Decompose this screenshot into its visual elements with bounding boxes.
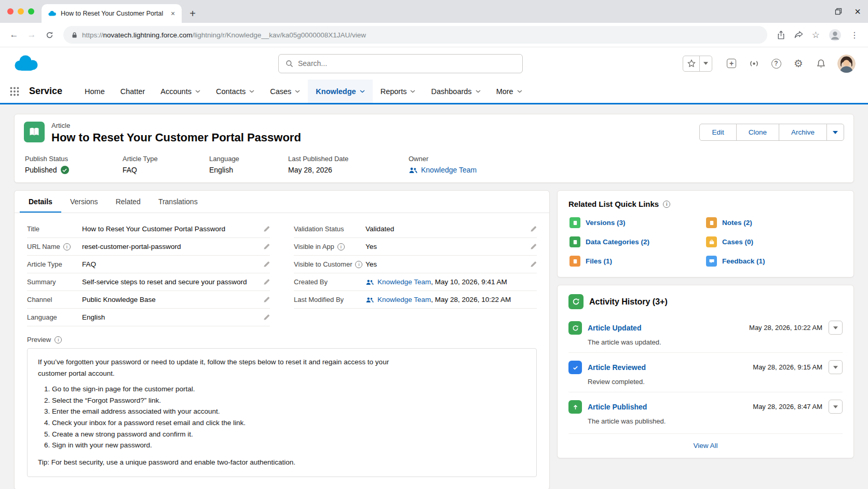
nav-tab-contacts[interactable]: Contacts [208, 80, 262, 103]
nav-tab-more[interactable]: More [489, 80, 530, 103]
bookmark-star-icon[interactable]: ☆ [812, 31, 820, 39]
chevron-down-icon [195, 90, 200, 93]
tab-translations[interactable]: Translations [150, 191, 207, 213]
edit-pencil-icon[interactable] [263, 279, 270, 285]
preview-step: Enter the email address associated with … [52, 406, 526, 417]
lock-icon [72, 32, 77, 38]
clone-button[interactable]: Clone [736, 124, 779, 141]
favorites-menu-icon[interactable] [700, 56, 712, 71]
created-by-link[interactable]: Knowledge Team [377, 278, 431, 286]
send-share-icon[interactable] [794, 31, 803, 39]
nav-tab-home[interactable]: Home [77, 80, 113, 103]
preview-section-label: Preview i [27, 336, 537, 343]
chevron-down-icon [833, 131, 838, 134]
edit-pencil-icon[interactable] [530, 243, 537, 250]
tab-close-icon[interactable]: × [168, 9, 178, 18]
nav-tab-reports[interactable]: Reports [373, 80, 424, 103]
preview-step: Go to the sign-in page for the customer … [52, 384, 526, 395]
nav-tab-accounts[interactable]: Accounts [153, 80, 208, 103]
detail-fields-left: Title How to Reset Your Customer Portal … [27, 220, 270, 326]
browser-tab[interactable]: How to Reset Your Customer Portal Passwo… [42, 4, 182, 23]
browser-profile-icon[interactable] [829, 29, 842, 42]
notifications-bell-icon[interactable] [815, 58, 826, 69]
published-check-icon [61, 166, 69, 174]
forward-button[interactable]: → [24, 27, 39, 43]
back-button[interactable]: ← [6, 27, 22, 43]
activity-actions-menu[interactable] [829, 360, 843, 374]
guidance-center-icon[interactable] [748, 58, 760, 69]
info-icon[interactable]: i [355, 261, 362, 268]
restore-window-icon[interactable] [835, 8, 842, 15]
tab-related[interactable]: Related [107, 191, 150, 213]
record-title: How to Reset Your Customer Portal Passwo… [51, 131, 301, 144]
app-launcher-icon[interactable] [9, 86, 20, 97]
share-icon[interactable] [777, 31, 785, 39]
archive-button[interactable]: Archive [779, 124, 827, 141]
article-updated-link[interactable]: Article Updated [588, 324, 743, 332]
new-tab-button[interactable]: + [185, 6, 200, 21]
quick-link-cases[interactable]: Cases (0) [706, 236, 843, 247]
highlight-label: Owner [409, 155, 477, 163]
edit-button[interactable]: Edit [699, 124, 736, 141]
more-actions-button[interactable] [826, 124, 844, 141]
setup-gear-icon[interactable]: ⚙ [793, 58, 804, 69]
close-window-icon[interactable]: × [855, 6, 861, 17]
tab-details[interactable]: Details [20, 191, 61, 213]
info-icon[interactable]: i [55, 336, 62, 343]
nav-tab-dashboards[interactable]: Dashboards [423, 80, 488, 103]
field-label: Channel [27, 296, 52, 303]
edit-pencil-icon[interactable] [263, 296, 270, 303]
edit-pencil-icon[interactable] [263, 243, 270, 250]
activity-actions-menu[interactable] [829, 321, 843, 335]
field-value: FAQ [82, 260, 258, 268]
user-avatar[interactable] [837, 55, 856, 73]
edit-pencil-icon[interactable] [263, 261, 270, 268]
edit-pencil-icon[interactable] [530, 226, 537, 232]
info-icon[interactable]: i [63, 243, 71, 250]
browser-toolbar: ← → https://novatech.lightning.force.com… [0, 23, 868, 47]
tab-versions[interactable]: Versions [61, 191, 107, 213]
quick-link-versions[interactable]: Versions (3) [569, 217, 706, 228]
browser-menu-kebab-icon[interactable]: ⋮ [850, 30, 859, 40]
fullscreen-window-button[interactable] [28, 8, 34, 15]
activity-actions-menu[interactable] [829, 400, 843, 414]
field-label: URL Name [27, 243, 60, 250]
edit-pencil-icon[interactable] [263, 314, 270, 321]
quick-link-data-categories[interactable]: Data Categories (2) [569, 236, 706, 247]
search-input[interactable] [298, 59, 516, 68]
field-visible-to-customer: Visible to Customeri Yes [294, 256, 537, 273]
nav-tab-chatter[interactable]: Chatter [113, 80, 153, 103]
minimize-window-button[interactable] [18, 8, 24, 15]
close-window-button[interactable] [7, 8, 13, 15]
help-icon[interactable]: ? [770, 58, 782, 69]
tab-title: How to Reset Your Customer Portal Passwo… [61, 10, 164, 17]
nav-tab-knowledge-label: Knowledge [316, 87, 356, 96]
article-reviewed-link[interactable]: Article Reviewed [588, 363, 747, 372]
info-icon[interactable]: i [337, 243, 345, 250]
quick-link-notes[interactable]: Notes (2) [706, 217, 843, 228]
quick-link-files[interactable]: Files (1) [569, 256, 706, 267]
article-published-link[interactable]: Article Published [588, 403, 747, 411]
global-search[interactable] [278, 54, 523, 73]
owner-link[interactable]: Knowledge Team [421, 166, 477, 174]
chevron-down-icon [410, 90, 415, 93]
last-modified-by-link[interactable]: Knowledge Team [377, 296, 431, 303]
favorites-star-icon[interactable] [683, 56, 700, 71]
view-all-link[interactable]: View All [693, 442, 717, 450]
info-icon[interactable]: i [663, 201, 670, 208]
reload-button[interactable] [42, 27, 57, 43]
field-url-name: URL Namei reset-customer-portal-password [27, 238, 270, 256]
field-label: Validation Status [294, 225, 344, 233]
url-scheme: https:// [82, 31, 103, 39]
address-bar[interactable]: https://novatech.lightning.force.com/lig… [63, 26, 767, 44]
quick-link-feedback[interactable]: Feedback (1) [706, 256, 843, 267]
edit-pencil-icon[interactable] [530, 261, 537, 268]
nav-tab-cases[interactable]: Cases [262, 80, 308, 103]
edit-pencil-icon[interactable] [263, 226, 270, 232]
article-published-icon [568, 400, 582, 414]
chevron-down-icon [295, 90, 300, 93]
global-actions-icon[interactable]: + [726, 58, 737, 69]
chevron-down-icon [360, 90, 365, 93]
related-list-quick-links-card: Related List Quick Links i Versions (3) … [557, 190, 854, 277]
nav-tab-knowledge[interactable]: Knowledge [308, 80, 372, 103]
